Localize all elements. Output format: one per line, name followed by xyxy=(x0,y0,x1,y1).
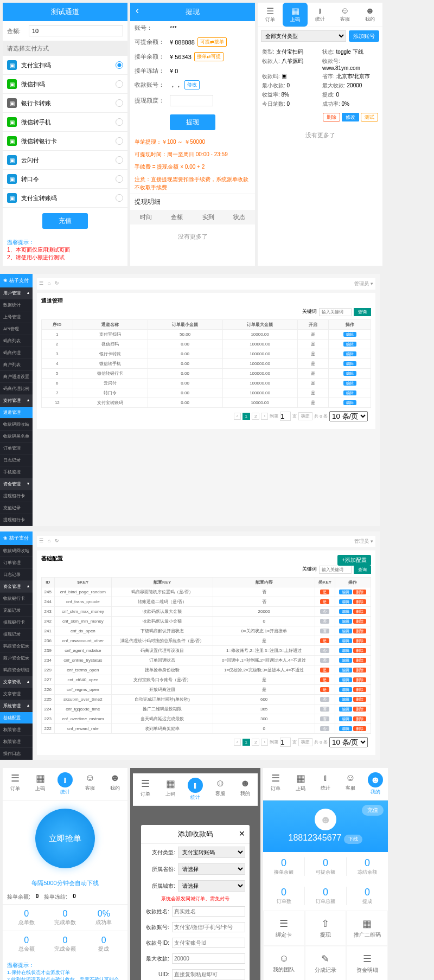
sidebar-item[interactable]: 码商代理比例 xyxy=(0,383,33,395)
admin-user[interactable]: 管理员 ▾ xyxy=(354,280,373,287)
nav-我的[interactable]: ☻我的 xyxy=(358,3,382,27)
sidebar-item[interactable]: 码商列表 xyxy=(0,335,33,347)
form-select[interactable]: 请选择 xyxy=(178,880,245,892)
sidebar-item[interactable]: 收款银行卡 xyxy=(0,593,33,605)
refresh-icon[interactable]: ↻ xyxy=(55,538,59,545)
delete-button[interactable]: 删除 xyxy=(353,638,366,643)
sidebar-item[interactable]: 提现记录 xyxy=(0,629,33,640)
page-button[interactable]: 1 xyxy=(242,413,250,420)
page-button[interactable]: ‹ xyxy=(234,739,241,746)
form-input[interactable] xyxy=(172,938,245,948)
menu-pay[interactable]: 支付管理▴ xyxy=(0,395,33,407)
home-icon[interactable]: ⌂ xyxy=(48,280,50,287)
pay-option[interactable]: ▣云闪付 xyxy=(3,151,127,170)
menu-item[interactable]: ☰资金明细 xyxy=(346,946,388,980)
sidebar-item[interactable]: 码商资金记录 xyxy=(0,640,33,652)
form-input[interactable] xyxy=(172,953,245,964)
sidebar-item[interactable]: 基础配置 xyxy=(0,712,33,724)
edit-button[interactable]: 编辑 xyxy=(339,716,352,721)
menu-sys[interactable]: 系统管理▴ xyxy=(0,700,33,712)
menu-icon[interactable]: ☰ xyxy=(39,538,43,545)
edit-button[interactable]: 编辑 xyxy=(343,351,356,356)
edit-button[interactable]: 编辑 xyxy=(343,332,356,337)
form-input[interactable] xyxy=(172,922,245,932)
edit-button[interactable]: 编辑 xyxy=(339,677,352,682)
radio[interactable] xyxy=(116,61,123,69)
nav-上码[interactable]: ▦上码 xyxy=(158,773,183,805)
form-select[interactable]: 请选择 xyxy=(178,863,245,875)
delete-button[interactable]: 删除 xyxy=(353,619,366,624)
nav-统计[interactable]: ⫾统计 xyxy=(313,768,338,800)
form-input[interactable] xyxy=(172,906,245,917)
page-input[interactable] xyxy=(280,738,291,747)
sidebar-item[interactable]: 码商资金明细 xyxy=(0,664,33,676)
pay-type-select[interactable]: 全部支付类型 xyxy=(261,30,346,42)
nav-统计[interactable]: ⫾统计 xyxy=(183,773,208,805)
menu-item[interactable]: ☺我的团队 xyxy=(263,946,305,980)
radio[interactable] xyxy=(116,99,123,107)
menu-item[interactable]: ▦推广二维码 xyxy=(346,911,388,946)
sidebar-item[interactable]: 权限管理 xyxy=(0,736,33,748)
radio[interactable] xyxy=(116,194,123,202)
delete-button[interactable]: 删除 xyxy=(353,687,366,692)
recharge-button[interactable]: 充值 xyxy=(42,213,88,229)
edit-button[interactable]: 编辑 xyxy=(339,697,352,702)
nav-统计[interactable]: ⫾统计 xyxy=(308,3,333,27)
menu-icon[interactable]: ☰ xyxy=(39,280,43,287)
edit-button[interactable]: 编辑 xyxy=(339,687,352,692)
delete-button[interactable]: 删除 xyxy=(353,716,366,721)
recharge-button[interactable]: 充值 xyxy=(362,805,384,816)
radio[interactable] xyxy=(116,118,123,126)
search-input[interactable] xyxy=(319,308,352,316)
nav-统计[interactable]: ⫾统计 xyxy=(53,768,78,800)
sidebar-item[interactable]: API管理 xyxy=(0,323,33,335)
sidebar-item[interactable]: 订单管理 xyxy=(0,443,33,454)
edit-button[interactable]: 编辑 xyxy=(343,381,356,386)
menu-item[interactable]: ⇧提现 xyxy=(305,911,347,946)
edit-button[interactable]: 编辑 xyxy=(339,726,352,731)
nav-订单[interactable]: ☰订单 xyxy=(3,768,28,800)
nav-客服[interactable]: ☺客服 xyxy=(338,768,363,800)
sidebar-item[interactable]: 收款码回收站 xyxy=(0,419,33,431)
nav-上码[interactable]: ▦上码 xyxy=(283,3,308,27)
nav-订单[interactable]: ☰订单 xyxy=(258,3,283,27)
page-button[interactable]: 2 xyxy=(252,413,259,420)
avail-tag[interactable]: 可提⇄接单 xyxy=(197,37,227,47)
edit-button[interactable]: 编辑 xyxy=(343,400,356,405)
menu-fund[interactable]: 资金管理▴ xyxy=(0,581,33,593)
edit-button[interactable]: 编辑 xyxy=(339,609,352,614)
menu-fund[interactable]: 资金管理▾ xyxy=(0,478,33,490)
sidebar-item[interactable]: 日志记录 xyxy=(0,569,33,581)
menu-user[interactable]: 用户管理▴ xyxy=(0,287,33,299)
delete-button[interactable]: 删除 xyxy=(353,658,366,663)
menu-item[interactable]: ☰绑定卡 xyxy=(263,911,305,946)
sidebar-item[interactable]: 文章管理 xyxy=(0,688,33,700)
nav-订单[interactable]: ☰订单 xyxy=(133,773,158,805)
pay-option[interactable]: ▣微信转手机 xyxy=(3,113,127,132)
edit-button[interactable]: 编辑 xyxy=(343,390,356,395)
page-button[interactable]: 2 xyxy=(252,739,259,746)
menu-article[interactable]: 文章资讯▴ xyxy=(0,676,33,688)
nav-我的[interactable]: ☻我的 xyxy=(103,768,127,800)
add-account-button[interactable]: 添加账号 xyxy=(349,30,379,42)
sidebar-item[interactable]: 收款码黑名单 xyxy=(0,431,33,443)
sidebar-item[interactable]: 手机监控 xyxy=(0,466,33,478)
edit-button[interactable]: 编辑 xyxy=(339,619,352,624)
delete-button[interactable]: 删除 xyxy=(353,590,366,594)
delete-button[interactable]: 删除 xyxy=(353,726,366,731)
pay-option[interactable]: ▣微信转银行卡 xyxy=(3,132,127,151)
edit-button[interactable]: 编辑 xyxy=(339,648,352,653)
menu-item[interactable]: ✎分成记录 xyxy=(305,946,347,980)
sidebar-item[interactable]: 商户列表 xyxy=(0,359,33,371)
withdraw-button[interactable]: 提现 xyxy=(170,114,215,130)
sidebar-item[interactable]: 订单管理 xyxy=(0,557,33,569)
delete-button[interactable]: 删除 xyxy=(353,609,366,614)
sidebar-item[interactable]: 日志记录 xyxy=(0,454,33,466)
delete-button[interactable]: 删除 xyxy=(353,707,366,712)
sidebar-item[interactable]: 提现银行卡 xyxy=(0,617,33,629)
close-icon[interactable]: ✕ xyxy=(239,829,245,838)
edit-button[interactable]: 编辑 xyxy=(339,707,352,712)
search-button[interactable]: 查询 xyxy=(354,308,371,316)
sidebar-item[interactable]: 提现银行卡 xyxy=(0,514,33,526)
add-config-button[interactable]: +添加配置 xyxy=(337,555,371,566)
